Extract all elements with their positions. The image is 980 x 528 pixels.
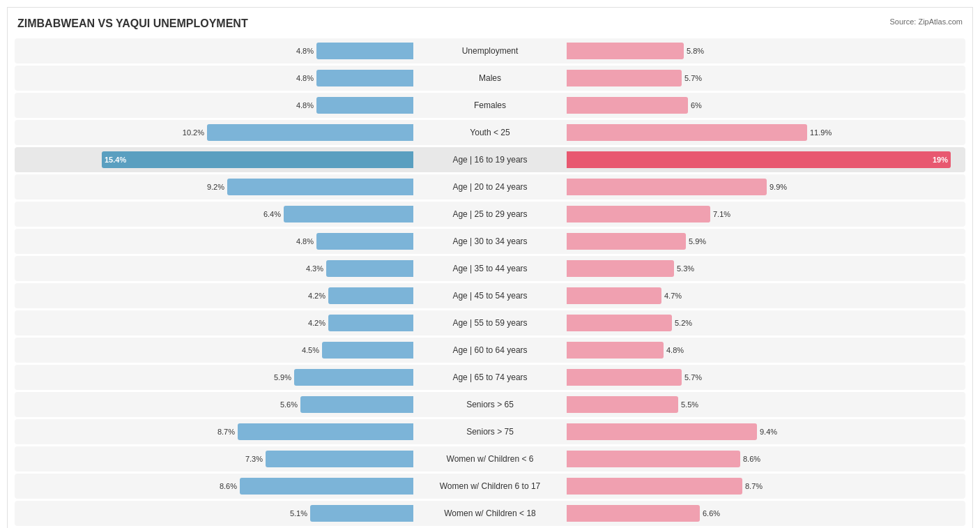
chart-container: ZIMBABWEAN VS YAQUI UNEMPLOYMENT Source:…: [7, 7, 973, 528]
zim-value: 4.5%: [302, 346, 319, 354]
bar-row: 4.8% Unemployment 5.8%: [15, 38, 965, 63]
yaqui-bar: [567, 233, 686, 250]
bar-row: 4.8% Females 6%: [15, 93, 965, 118]
center-label: Seniors > 65: [413, 400, 567, 409]
bar-row: 4.8% Age | 30 to 34 years 5.9%: [15, 229, 965, 254]
yaqui-bar: [567, 124, 807, 141]
zim-value: 4.8%: [296, 237, 314, 246]
yaqui-value: 4.7%: [664, 292, 682, 300]
zim-value: 4.8%: [296, 47, 314, 55]
right-section: 8.6%: [567, 446, 965, 472]
zim-value: 8.7%: [217, 428, 235, 436]
right-section: 8.7%: [567, 474, 965, 499]
yaqui-value: 5.8%: [687, 47, 704, 55]
chart-header: ZIMBABWEAN VS YAQUI UNEMPLOYMENT Source:…: [15, 15, 965, 33]
bars-wrapper: 4.8% Males 5.7%: [15, 66, 965, 91]
yaqui-value: 4.8%: [666, 346, 684, 354]
zim-bar: [316, 233, 413, 250]
yaqui-bar: 19%: [567, 151, 951, 168]
bars-wrapper: 4.8% Unemployment 5.8%: [15, 38, 965, 63]
zim-value: 8.6%: [220, 482, 237, 490]
center-label: Age | 60 to 64 years: [413, 345, 567, 355]
zim-value: 10.2%: [183, 128, 204, 137]
bars-wrapper: 4.2% Age | 55 to 59 years 5.2%: [15, 310, 965, 335]
center-label: Seniors > 75: [413, 427, 567, 437]
center-label: Age | 30 to 34 years: [413, 236, 567, 246]
yaqui-value: 5.2%: [675, 319, 692, 327]
yaqui-value: 5.7%: [684, 373, 702, 382]
center-label: Age | 35 to 44 years: [413, 264, 567, 273]
left-section: 4.2%: [15, 283, 413, 308]
right-section: 9.4%: [567, 419, 965, 444]
zim-bar: [310, 505, 413, 522]
left-section: 4.8%: [15, 38, 413, 63]
bars-wrapper: 9.2% Age | 20 to 24 years 9.9%: [15, 174, 965, 199]
right-section: 7.1%: [567, 202, 965, 227]
left-section: 4.2%: [15, 310, 413, 335]
center-label: Unemployment: [413, 46, 567, 56]
left-section: 5.9%: [15, 365, 413, 390]
right-section: 5.9%: [567, 229, 965, 254]
bar-row: 4.2% Age | 45 to 54 years 4.7%: [15, 283, 965, 308]
bar-row: 4.5% Age | 60 to 64 years 4.8%: [15, 338, 965, 363]
right-section: 5.2%: [567, 310, 965, 335]
right-section: 11.9%: [567, 120, 965, 145]
yaqui-bar: [567, 287, 661, 304]
yaqui-value: 11.9%: [810, 128, 832, 137]
bar-row: 5.1% Women w/ Children < 18 6.6%: [15, 501, 965, 526]
bar-row: 5.9% Age | 65 to 74 years 5.7%: [15, 365, 965, 390]
left-section: 4.8%: [15, 229, 413, 254]
bar-row: 4.2% Age | 55 to 59 years 5.2%: [15, 310, 965, 335]
yaqui-value: 6.6%: [703, 509, 720, 518]
bars-wrapper: 10.2% Youth < 25 11.9%: [15, 120, 965, 145]
zim-bar: [207, 124, 413, 141]
bars-wrapper: 4.2% Age | 45 to 54 years 4.7%: [15, 283, 965, 308]
zim-value: 4.8%: [296, 101, 314, 110]
zim-value: 5.1%: [290, 509, 307, 518]
chart-title: ZIMBABWEAN VS YAQUI UNEMPLOYMENT: [17, 17, 248, 30]
yaqui-value: 7.1%: [713, 210, 730, 218]
left-section: 15.4%: [15, 147, 413, 172]
zim-bar: [227, 179, 413, 195]
yaqui-bar: [567, 315, 672, 331]
yaqui-bar: [567, 342, 664, 359]
bar-row: 9.2% Age | 20 to 24 years 9.9%: [15, 174, 965, 199]
zim-value: 4.2%: [308, 319, 326, 327]
left-section: 4.5%: [15, 338, 413, 363]
left-section: 8.6%: [15, 474, 413, 499]
right-section: 5.5%: [567, 392, 965, 417]
center-label: Age | 65 to 74 years: [413, 372, 567, 382]
zim-value: 6.4%: [263, 210, 281, 218]
bar-row: 8.7% Seniors > 75 9.4%: [15, 419, 965, 444]
left-section: 5.1%: [15, 501, 413, 526]
yaqui-bar: [567, 505, 700, 522]
center-label: Age | 55 to 59 years: [413, 318, 567, 328]
yaqui-bar: [567, 451, 740, 467]
zim-bar: [316, 97, 413, 114]
yaqui-value: 9.9%: [770, 183, 787, 191]
bar-row: 8.6% Women w/ Children 6 to 17 8.7%: [15, 474, 965, 499]
center-label: Women w/ Children < 6: [413, 454, 567, 464]
bars-wrapper: 5.6% Seniors > 65 5.5%: [15, 392, 965, 417]
right-section: 5.7%: [567, 66, 965, 91]
bar-row: 4.3% Age | 35 to 44 years 5.3%: [15, 256, 965, 281]
yaqui-bar: [567, 206, 710, 222]
yaqui-value: 5.5%: [681, 400, 698, 409]
bars-wrapper: 4.8% Age | 30 to 34 years 5.9%: [15, 229, 965, 254]
zim-bar: [316, 43, 413, 59]
bars-wrapper: 8.6% Women w/ Children 6 to 17 8.7%: [15, 474, 965, 499]
yaqui-bar: [567, 369, 682, 386]
yaqui-bar: [567, 423, 757, 440]
zim-bar: [316, 70, 413, 86]
zim-bar: [240, 478, 413, 495]
bars-wrapper: 6.4% Age | 25 to 29 years 7.1%: [15, 202, 965, 227]
zim-value: 4.2%: [308, 292, 326, 300]
yaqui-value: 5.3%: [677, 264, 694, 273]
bar-row: 5.6% Seniors > 65 5.5%: [15, 392, 965, 417]
center-label: Age | 20 to 24 years: [413, 182, 567, 192]
right-section: 4.7%: [567, 283, 965, 308]
bars-wrapper: 7.3% Women w/ Children < 6 8.6%: [15, 446, 965, 472]
bars-wrapper: 15.4% Age | 16 to 19 years 19%: [15, 147, 965, 172]
center-label: Women w/ Children 6 to 17: [413, 481, 567, 491]
yaqui-value: 5.9%: [689, 237, 706, 246]
